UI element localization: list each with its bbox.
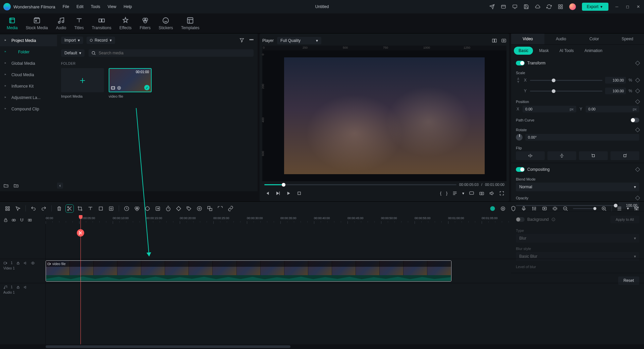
position-x-input[interactable]: 0.00px [523, 106, 576, 112]
mark-in-button[interactable]: { [440, 191, 441, 196]
sidebar-item-adjustment-layer[interactable]: Adjustment La... [0, 92, 57, 103]
keyframe-icon[interactable] [635, 61, 640, 65]
play-button[interactable] [286, 191, 291, 196]
cursor-icon[interactable] [15, 206, 21, 211]
module-filters[interactable]: Filters [140, 17, 151, 30]
tab-color[interactable]: Color [578, 34, 611, 44]
media-clip[interactable]: 00:01:00 ✓ video file [109, 68, 152, 98]
subtab-mask[interactable]: Mask [534, 47, 553, 55]
split-marker-icon[interactable] [77, 229, 84, 237]
export-button[interactable]: Export▾ [582, 3, 608, 11]
sidebar-item-project-media[interactable]: Project Media [0, 35, 57, 46]
refresh-icon[interactable] [546, 4, 552, 9]
magnet-icon[interactable] [19, 218, 24, 222]
settings-icon[interactable] [634, 206, 639, 211]
flip-vertical-button[interactable] [547, 151, 576, 160]
subtab-animation[interactable]: Animation [580, 47, 607, 55]
library-icon[interactable] [501, 4, 506, 9]
lock-all-icon[interactable] [3, 218, 8, 222]
more-menu[interactable]: ••• [249, 38, 254, 43]
pathcurve-toggle[interactable] [631, 118, 639, 122]
scale-y-slider[interactable] [530, 91, 602, 92]
play-pause-button[interactable] [275, 191, 280, 196]
rotate-ccw-button[interactable] [579, 151, 608, 160]
timeline-scrollbar[interactable] [0, 344, 644, 349]
sidebar-item-global-media[interactable]: Global Media [0, 58, 57, 69]
quality-dropdown[interactable]: Full Quality▾ [277, 37, 321, 44]
keyframe-icon[interactable] [635, 196, 640, 200]
mark-out-button[interactable]: } [446, 191, 447, 196]
menu-tools[interactable]: Tools [91, 4, 100, 9]
timer-icon[interactable] [165, 206, 171, 211]
import-dropdown[interactable]: Import▾ [61, 37, 83, 44]
lock-icon[interactable] [16, 261, 20, 265]
split-icon[interactable] [67, 206, 72, 211]
import-media-tile[interactable]: ＋ Import Media [61, 68, 104, 98]
link-all-icon[interactable] [11, 218, 16, 222]
timeline-clip[interactable]: video file [46, 260, 451, 282]
module-stickers[interactable]: Stickers [159, 17, 173, 30]
list-view-icon[interactable] [616, 206, 622, 211]
crop-icon[interactable] [77, 206, 83, 211]
list-icon[interactable] [452, 191, 458, 196]
rotate-input[interactable]: 0.00° [525, 134, 639, 141]
mosaic-icon[interactable] [108, 206, 114, 211]
subtab-aitools[interactable]: AI Tools [555, 47, 578, 55]
module-media[interactable]: Media [7, 17, 18, 30]
camera-icon[interactable] [479, 191, 484, 196]
motion-track-icon[interactable] [197, 206, 202, 211]
user-avatar[interactable] [569, 3, 576, 10]
scale-y-value[interactable]: 100.00 [605, 88, 626, 94]
scale-x-value[interactable]: 100.00 [605, 77, 626, 84]
tag-icon[interactable] [186, 206, 192, 211]
module-audio[interactable]: Audio [56, 17, 66, 30]
new-folder-icon[interactable] [13, 183, 19, 188]
search-input[interactable] [99, 51, 251, 55]
keyframe-icon[interactable] [635, 128, 640, 132]
redo-icon[interactable] [41, 206, 47, 211]
video-track[interactable]: video file [46, 259, 644, 283]
render-icon[interactable] [542, 206, 547, 211]
grid-snap-icon[interactable] [5, 206, 10, 211]
rotate-dial[interactable] [516, 134, 523, 141]
rotate-cw-button[interactable] [610, 151, 639, 160]
target-icon[interactable] [500, 206, 506, 211]
collapse-sidebar-button[interactable]: ‹ [57, 183, 63, 189]
lock-icon[interactable] [16, 285, 20, 289]
subtab-basic[interactable]: Basic [514, 47, 533, 55]
audio-track[interactable] [46, 283, 644, 302]
display-icon[interactable] [469, 191, 474, 196]
maximize-button[interactable]: ◻ [625, 4, 630, 9]
sidebar-item-compound-clip[interactable]: Compound Clip [0, 103, 57, 115]
filter-icon[interactable] [239, 38, 245, 43]
sidebar-item-influence-kit[interactable]: Influence Kit [0, 81, 57, 92]
eye-icon[interactable] [31, 261, 35, 265]
audio-track-header[interactable]: 1 Audio 1 [0, 283, 45, 302]
timeline-ruler[interactable]: 00:0000:00:05:0000:00:10:0000:00:15:0000… [46, 215, 644, 225]
module-effects[interactable]: Effects [119, 17, 131, 30]
volume-icon[interactable] [489, 191, 494, 196]
text-icon[interactable] [88, 206, 93, 211]
group-icon[interactable] [207, 206, 213, 211]
monitor-icon[interactable] [512, 4, 518, 9]
flip-horizontal-button[interactable] [516, 151, 545, 160]
mixer-icon[interactable] [531, 206, 537, 211]
menu-edit[interactable]: Edit [76, 4, 84, 9]
undo-icon[interactable] [31, 206, 36, 211]
zoom-in-icon[interactable] [601, 206, 607, 211]
menu-file[interactable]: File [63, 4, 69, 9]
scrub-bar[interactable] [264, 184, 457, 185]
send-icon[interactable] [489, 4, 495, 9]
module-titles[interactable]: Titles [74, 17, 84, 30]
layout-compare-icon[interactable] [492, 38, 497, 43]
compositing-toggle[interactable] [516, 167, 525, 172]
unlink-icon[interactable] [228, 206, 233, 211]
coverflow-icon[interactable] [552, 206, 558, 211]
save-icon[interactable] [524, 4, 529, 9]
menu-view[interactable]: View [108, 4, 116, 9]
minimize-button[interactable]: ─ [614, 4, 619, 9]
module-templates[interactable]: Templates [181, 17, 200, 30]
position-y-input[interactable]: 0.00px [586, 106, 639, 112]
scale-x-slider[interactable] [530, 80, 602, 81]
stop-button[interactable] [297, 191, 302, 196]
